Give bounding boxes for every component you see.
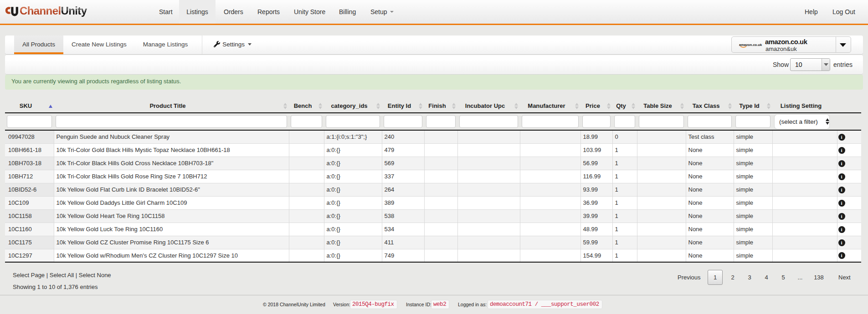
svg-text:amazon.co.uk: amazon.co.uk xyxy=(739,43,762,47)
